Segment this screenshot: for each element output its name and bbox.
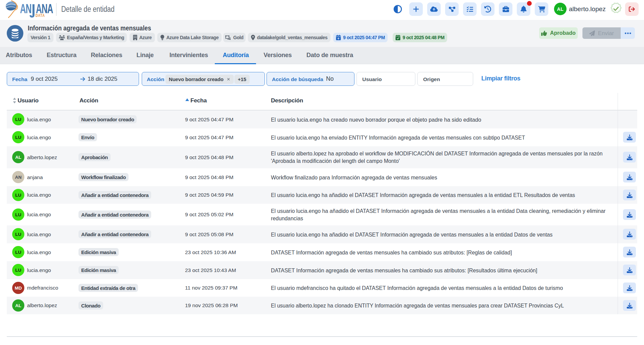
svg-text:AN: AN: [20, 1, 31, 16]
svg-text:DATA: DATA: [36, 13, 45, 18]
